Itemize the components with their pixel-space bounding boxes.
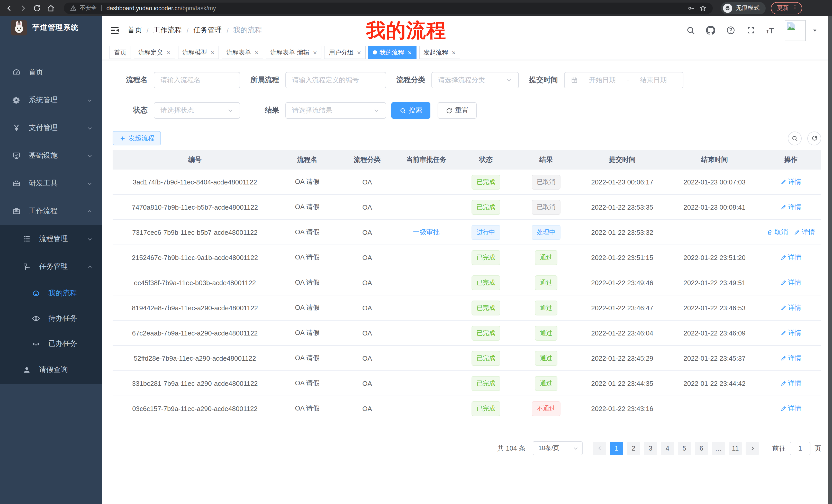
tags-view: 首页流程定义×流程模型×流程表单×流程表单-编辑×用户分组×我的流程×发起流程× xyxy=(102,45,828,60)
action-详情[interactable]: 详情 xyxy=(780,354,801,363)
page-button-1[interactable]: 1 xyxy=(610,442,623,455)
page-button-…[interactable]: … xyxy=(712,442,725,455)
edit-icon xyxy=(780,179,786,185)
sidebar-item-系统管理[interactable]: 系统管理 xyxy=(0,86,102,114)
close-icon[interactable]: × xyxy=(407,49,412,56)
tab-流程模型[interactable]: 流程模型× xyxy=(178,46,219,59)
action-取消[interactable]: 取消 xyxy=(767,228,788,237)
process-definition-input[interactable]: 请输入流程定义的编号 xyxy=(285,72,386,88)
row-actions: 详情 xyxy=(760,379,821,388)
sidebar-item-基础设施[interactable]: 基础设施 xyxy=(0,142,102,170)
action-详情[interactable]: 详情 xyxy=(780,328,801,338)
forward-icon[interactable] xyxy=(19,4,27,12)
show-search-button[interactable] xyxy=(788,131,802,145)
sidebar-item-工作流程[interactable]: 工作流程 xyxy=(0,197,102,225)
sidebar-item-待办任务[interactable]: 待办任务 xyxy=(0,306,102,331)
row-end-time: 2022-01-23 00:07:03 xyxy=(669,178,760,186)
process-name-input[interactable]: 请输入流程名 xyxy=(154,72,240,88)
status-select[interactable]: 请选择状态 xyxy=(154,102,240,119)
table-toolbar: 发起流程 xyxy=(113,131,821,145)
submit-time-range-input[interactable]: 开始日期 - 结束日期 xyxy=(564,72,683,88)
action-详情[interactable]: 详情 xyxy=(780,303,801,312)
close-icon[interactable]: × xyxy=(356,49,361,56)
sidebar-item-请假查询[interactable]: 请假查询 xyxy=(0,356,102,384)
help-icon[interactable] xyxy=(726,26,735,35)
tab-用户分组[interactable]: 用户分组× xyxy=(324,46,366,59)
page-button-6[interactable]: 6 xyxy=(695,442,708,455)
row-id: 2152467e-7b9b-11ec-9a1b-acde48001122 xyxy=(113,254,277,261)
back-icon[interactable] xyxy=(5,4,14,12)
breadcrumb-task[interactable]: 任务管理 xyxy=(193,26,222,35)
reset-button[interactable]: 重置 xyxy=(438,102,477,119)
sidebar-item-首页[interactable]: 首页 xyxy=(0,59,102,86)
close-icon[interactable]: × xyxy=(165,49,171,56)
breadcrumb-home[interactable]: 首页 xyxy=(128,26,142,35)
address-bar[interactable]: 不安全 dashboard.yudao.iocoder.cn/bpm/task/… xyxy=(64,2,713,13)
breadcrumb-workflow[interactable]: 工作流程 xyxy=(153,26,182,35)
action-详情[interactable]: 详情 xyxy=(780,253,801,262)
github-icon[interactable] xyxy=(706,26,715,35)
next-page-button[interactable] xyxy=(746,442,759,455)
current-task-link[interactable]: 一级审批 xyxy=(413,228,440,237)
sidebar-item-已办任务[interactable]: 已办任务 xyxy=(0,331,102,356)
sidebar-item-流程管理[interactable]: 流程管理 xyxy=(0,225,102,253)
tab-流程表单[interactable]: 流程表单× xyxy=(222,46,263,59)
avatar[interactable] xyxy=(785,20,806,41)
row-actions: 详情 xyxy=(760,253,821,262)
sidebar-item-支付管理[interactable]: 支付管理 xyxy=(0,114,102,142)
page-scrollbar[interactable] xyxy=(828,16,832,504)
search-button[interactable]: 搜索 xyxy=(391,102,431,119)
refresh-table-button[interactable] xyxy=(807,131,821,145)
tab-首页[interactable]: 首页 xyxy=(109,46,131,59)
page-button-3[interactable]: 3 xyxy=(644,442,657,455)
action-详情[interactable]: 详情 xyxy=(780,177,801,187)
action-详情[interactable]: 详情 xyxy=(780,404,801,413)
reload-icon[interactable] xyxy=(33,4,41,12)
action-详情[interactable]: 详情 xyxy=(780,278,801,287)
sidebar-fold-icon[interactable] xyxy=(109,25,120,35)
tab-流程表单-编辑[interactable]: 流程表单-编辑× xyxy=(266,46,322,59)
chevron-down-icon xyxy=(87,180,93,186)
close-icon[interactable]: × xyxy=(210,49,214,56)
close-icon[interactable]: × xyxy=(451,49,456,56)
category-select[interactable]: 请选择流程分类 xyxy=(432,72,519,88)
page-size-select[interactable]: 10条/页 xyxy=(533,441,582,455)
close-icon[interactable]: × xyxy=(254,49,258,56)
action-详情[interactable]: 详情 xyxy=(780,379,801,388)
sidebar-item-任务管理[interactable]: 任务管理 xyxy=(0,253,102,281)
bookmark-star-icon[interactable] xyxy=(699,4,706,11)
end-date-placeholder[interactable]: 结束日期 xyxy=(630,76,677,85)
password-key-icon[interactable] xyxy=(687,4,695,11)
fullscreen-icon[interactable] xyxy=(746,26,755,35)
row-result: 通过 xyxy=(516,250,576,265)
tab-发起流程[interactable]: 发起流程× xyxy=(419,46,460,59)
action-详情[interactable]: 详情 xyxy=(780,202,801,212)
page-button-2[interactable]: 2 xyxy=(627,442,640,455)
font-size-icon[interactable]: TT xyxy=(766,26,774,34)
filter-result-label: 结果 xyxy=(251,106,285,115)
update-button[interactable]: 更新 xyxy=(771,2,802,14)
create-process-button[interactable]: 发起流程 xyxy=(113,131,161,145)
home-icon[interactable] xyxy=(47,4,55,12)
page-button-4[interactable]: 4 xyxy=(661,442,674,455)
filter-status-label: 状态 xyxy=(113,106,154,115)
app-logo[interactable]: 芋道管理系统 xyxy=(0,16,102,39)
search-icon xyxy=(791,135,798,142)
page-button-11[interactable]: 11 xyxy=(729,442,742,455)
page-button-5[interactable]: 5 xyxy=(678,442,691,455)
close-icon[interactable]: × xyxy=(312,49,317,56)
tab-流程定义[interactable]: 流程定义× xyxy=(134,46,175,59)
browser-menu-icon[interactable] xyxy=(792,4,798,11)
sidebar-item-研发工具[interactable]: 研发工具 xyxy=(0,170,102,197)
start-date-placeholder[interactable]: 开始日期 xyxy=(579,76,626,85)
search-icon[interactable] xyxy=(686,26,695,35)
avatar-caret-icon[interactable] xyxy=(812,27,817,33)
prev-page-button[interactable] xyxy=(593,442,606,455)
tab-我的流程[interactable]: 我的流程× xyxy=(368,46,416,59)
goto-page-input[interactable]: 1 xyxy=(790,442,810,455)
robot-icon xyxy=(32,289,40,297)
result-select[interactable]: 请选择流结果 xyxy=(285,102,386,119)
sidebar-item-我的流程[interactable]: 我的流程 xyxy=(0,281,102,306)
row-id: 819442e8-7b9a-11ec-a290-acde48001122 xyxy=(113,304,277,312)
action-详情[interactable]: 详情 xyxy=(794,228,815,237)
